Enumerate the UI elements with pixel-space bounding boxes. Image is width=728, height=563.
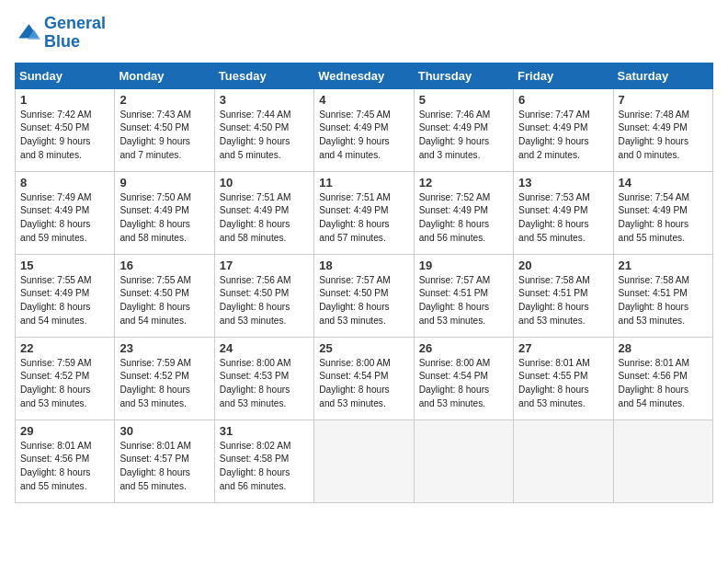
calendar-cell: 27Sunrise: 8:01 AMSunset: 4:55 PMDayligh… — [514, 337, 613, 419]
day-number: 7 — [619, 93, 708, 107]
calendar-cell: 22Sunrise: 7:59 AMSunset: 4:52 PMDayligh… — [16, 337, 115, 419]
day-number: 5 — [419, 93, 508, 107]
calendar-table: SundayMondayTuesdayWednesdayThursdayFrid… — [15, 63, 713, 503]
calendar-week-4: 22Sunrise: 7:59 AMSunset: 4:52 PMDayligh… — [16, 337, 713, 419]
day-number: 13 — [518, 176, 608, 190]
calendar-cell — [514, 419, 613, 502]
day-info: Sunrise: 8:01 AMSunset: 4:56 PMDaylight:… — [20, 440, 109, 494]
day-info: Sunrise: 7:45 AMSunset: 4:49 PMDaylight:… — [319, 109, 408, 163]
day-number: 15 — [20, 259, 109, 272]
calendar-cell: 2Sunrise: 7:43 AMSunset: 4:50 PMDaylight… — [115, 88, 214, 171]
calendar-week-1: 1Sunrise: 7:42 AMSunset: 4:50 PMDaylight… — [16, 88, 713, 171]
weekday-header-saturday: Saturday — [613, 63, 712, 88]
calendar-cell: 3Sunrise: 7:44 AMSunset: 4:50 PMDaylight… — [214, 88, 313, 171]
day-info: Sunrise: 7:58 AMSunset: 4:51 PMDaylight:… — [619, 274, 708, 328]
day-number: 19 — [419, 259, 508, 272]
calendar-cell: 15Sunrise: 7:55 AMSunset: 4:49 PMDayligh… — [16, 254, 115, 337]
calendar-cell: 10Sunrise: 7:51 AMSunset: 4:49 PMDayligh… — [214, 171, 313, 254]
day-info: Sunrise: 7:44 AMSunset: 4:50 PMDaylight:… — [220, 109, 309, 163]
day-number: 18 — [319, 259, 408, 272]
day-number: 25 — [319, 341, 408, 355]
logo-text: General Blue — [44, 15, 106, 52]
day-info: Sunrise: 7:53 AMSunset: 4:49 PMDaylight:… — [518, 191, 608, 246]
calendar-cell: 24Sunrise: 8:00 AMSunset: 4:53 PMDayligh… — [214, 337, 313, 419]
day-info: Sunrise: 7:49 AMSunset: 4:49 PMDaylight:… — [20, 191, 109, 246]
day-info: Sunrise: 7:57 AMSunset: 4:50 PMDaylight:… — [319, 274, 408, 328]
calendar-cell — [414, 419, 513, 502]
calendar-cell — [613, 419, 712, 502]
day-number: 31 — [220, 424, 309, 438]
day-info: Sunrise: 7:48 AMSunset: 4:49 PMDaylight:… — [619, 109, 708, 163]
day-info: Sunrise: 7:52 AMSunset: 4:49 PMDaylight:… — [419, 191, 508, 246]
day-number: 12 — [419, 176, 508, 190]
day-info: Sunrise: 8:01 AMSunset: 4:57 PMDaylight:… — [119, 440, 209, 494]
calendar-cell — [314, 419, 414, 502]
day-info: Sunrise: 7:46 AMSunset: 4:49 PMDaylight:… — [419, 109, 508, 163]
day-info: Sunrise: 8:01 AMSunset: 4:56 PMDaylight:… — [619, 357, 708, 411]
day-info: Sunrise: 7:56 AMSunset: 4:50 PMDaylight:… — [220, 274, 309, 328]
calendar-cell: 23Sunrise: 7:59 AMSunset: 4:52 PMDayligh… — [115, 337, 214, 419]
calendar-cell: 31Sunrise: 8:02 AMSunset: 4:58 PMDayligh… — [214, 419, 313, 502]
weekday-header-sunday: Sunday — [16, 63, 115, 88]
logo: General Blue — [15, 15, 106, 52]
calendar-cell: 8Sunrise: 7:49 AMSunset: 4:49 PMDaylight… — [16, 171, 115, 254]
day-info: Sunrise: 8:00 AMSunset: 4:53 PMDaylight:… — [220, 357, 309, 411]
calendar-cell: 30Sunrise: 8:01 AMSunset: 4:57 PMDayligh… — [115, 419, 214, 502]
day-number: 11 — [319, 176, 408, 190]
calendar-cell: 17Sunrise: 7:56 AMSunset: 4:50 PMDayligh… — [214, 254, 313, 337]
day-info: Sunrise: 7:58 AMSunset: 4:51 PMDaylight:… — [518, 274, 608, 328]
day-info: Sunrise: 7:43 AMSunset: 4:50 PMDaylight:… — [119, 109, 209, 163]
day-info: Sunrise: 7:42 AMSunset: 4:50 PMDaylight:… — [20, 109, 109, 163]
calendar-cell: 7Sunrise: 7:48 AMSunset: 4:49 PMDaylight… — [613, 88, 712, 171]
day-number: 20 — [518, 259, 608, 272]
day-info: Sunrise: 7:57 AMSunset: 4:51 PMDaylight:… — [419, 274, 508, 328]
calendar-cell: 13Sunrise: 7:53 AMSunset: 4:49 PMDayligh… — [514, 171, 613, 254]
day-number: 8 — [20, 176, 109, 190]
weekday-header-friday: Friday — [514, 63, 613, 88]
day-info: Sunrise: 7:51 AMSunset: 4:49 PMDaylight:… — [319, 191, 408, 246]
day-info: Sunrise: 8:01 AMSunset: 4:55 PMDaylight:… — [518, 357, 608, 411]
day-info: Sunrise: 7:55 AMSunset: 4:50 PMDaylight:… — [119, 274, 209, 328]
day-number: 17 — [220, 259, 309, 272]
calendar-body: 1Sunrise: 7:42 AMSunset: 4:50 PMDaylight… — [16, 88, 713, 502]
page-header: General Blue — [15, 15, 713, 52]
calendar-cell: 20Sunrise: 7:58 AMSunset: 4:51 PMDayligh… — [514, 254, 613, 337]
day-info: Sunrise: 7:59 AMSunset: 4:52 PMDaylight:… — [20, 357, 109, 411]
weekday-header-wednesday: Wednesday — [314, 63, 414, 88]
day-info: Sunrise: 8:02 AMSunset: 4:58 PMDaylight:… — [220, 440, 309, 494]
calendar-cell: 6Sunrise: 7:47 AMSunset: 4:49 PMDaylight… — [514, 88, 613, 171]
calendar-cell: 1Sunrise: 7:42 AMSunset: 4:50 PMDaylight… — [16, 88, 115, 171]
calendar-cell: 9Sunrise: 7:50 AMSunset: 4:49 PMDaylight… — [115, 171, 214, 254]
day-number: 14 — [619, 176, 708, 190]
calendar-cell: 29Sunrise: 8:01 AMSunset: 4:56 PMDayligh… — [16, 419, 115, 502]
day-number: 23 — [119, 341, 209, 355]
day-number: 24 — [220, 341, 309, 355]
day-number: 10 — [220, 176, 309, 190]
day-info: Sunrise: 7:59 AMSunset: 4:52 PMDaylight:… — [119, 357, 209, 411]
day-number: 27 — [518, 341, 608, 355]
day-number: 1 — [20, 93, 109, 107]
day-info: Sunrise: 7:55 AMSunset: 4:49 PMDaylight:… — [20, 274, 109, 328]
day-number: 21 — [619, 259, 708, 272]
calendar-cell: 21Sunrise: 7:58 AMSunset: 4:51 PMDayligh… — [613, 254, 712, 337]
day-info: Sunrise: 7:51 AMSunset: 4:49 PMDaylight:… — [220, 191, 309, 246]
calendar-cell: 5Sunrise: 7:46 AMSunset: 4:49 PMDaylight… — [414, 88, 513, 171]
day-info: Sunrise: 8:00 AMSunset: 4:54 PMDaylight:… — [319, 357, 408, 411]
calendar-cell: 25Sunrise: 8:00 AMSunset: 4:54 PMDayligh… — [314, 337, 414, 419]
calendar-cell: 26Sunrise: 8:00 AMSunset: 4:54 PMDayligh… — [414, 337, 513, 419]
calendar-cell: 12Sunrise: 7:52 AMSunset: 4:49 PMDayligh… — [414, 171, 513, 254]
day-number: 26 — [419, 341, 508, 355]
day-number: 22 — [20, 341, 109, 355]
day-number: 29 — [20, 424, 109, 438]
day-number: 30 — [119, 424, 209, 438]
calendar-week-2: 8Sunrise: 7:49 AMSunset: 4:49 PMDaylight… — [16, 171, 713, 254]
day-info: Sunrise: 7:50 AMSunset: 4:49 PMDaylight:… — [119, 191, 209, 246]
day-number: 6 — [518, 93, 608, 107]
weekday-header-thursday: Thursday — [414, 63, 513, 88]
day-number: 4 — [319, 93, 408, 107]
calendar-cell: 4Sunrise: 7:45 AMSunset: 4:49 PMDaylight… — [314, 88, 414, 171]
day-number: 16 — [119, 259, 209, 272]
day-number: 2 — [119, 93, 209, 107]
day-info: Sunrise: 7:47 AMSunset: 4:49 PMDaylight:… — [518, 109, 608, 163]
calendar-cell: 14Sunrise: 7:54 AMSunset: 4:49 PMDayligh… — [613, 171, 712, 254]
